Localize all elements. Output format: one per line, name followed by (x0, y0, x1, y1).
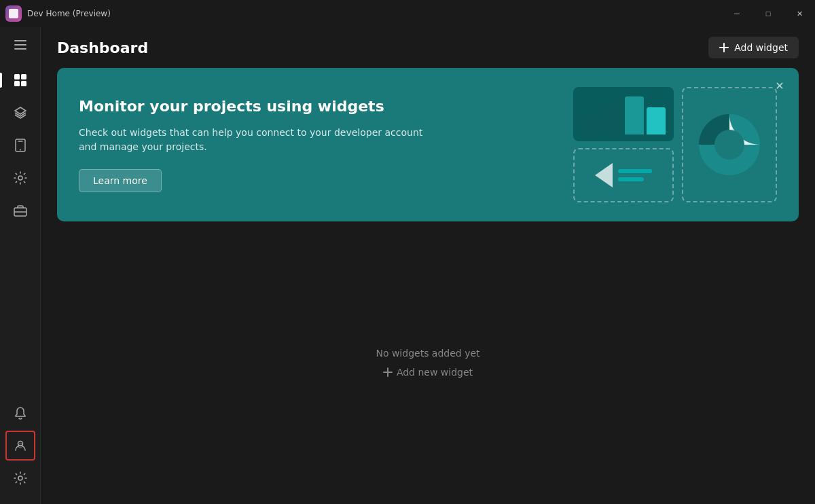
banner: Monitor your projects using widgets Chec… (57, 68, 799, 221)
banner-heading: Monitor your projects using widgets (79, 97, 432, 117)
header: Dashboard Add widget (41, 27, 815, 68)
sidebar-item-briefcase[interactable] (5, 196, 35, 226)
svg-rect-1 (14, 44, 26, 46)
sidebar-item-app-settings[interactable] (5, 463, 35, 493)
no-widgets-text: No widgets added yet (376, 348, 479, 359)
maximize-button[interactable]: □ (753, 0, 784, 27)
svg-rect-0 (14, 40, 26, 41)
svg-rect-3 (14, 74, 20, 79)
svg-rect-5 (14, 81, 20, 86)
learn-more-button[interactable]: Learn more (79, 169, 162, 192)
banner-illustration (573, 87, 777, 202)
sidebar-item-settings-cog[interactable] (5, 163, 35, 193)
titlebar-left: Dev Home (Preview) (5, 5, 111, 22)
sidebar-item-announcements[interactable] (5, 398, 35, 428)
svg-point-18 (714, 130, 744, 160)
sidebar-item-dashboard[interactable] (5, 65, 35, 95)
plus-icon-small (383, 367, 393, 377)
sidebar (0, 27, 41, 504)
banner-area: Monitor your projects using widgets Chec… (41, 68, 815, 221)
sidebar-item-layers[interactable] (5, 98, 35, 128)
page-title: Dashboard (57, 39, 148, 56)
svg-point-8 (20, 149, 21, 151)
sidebar-top (5, 65, 35, 398)
sidebar-item-device[interactable] (5, 130, 35, 160)
pie-chart-icon (695, 111, 763, 179)
empty-state: No widgets added yet Add new widget (41, 221, 815, 504)
svg-rect-2 (14, 48, 26, 50)
main-content: Dashboard Add widget Monitor your projec… (41, 27, 815, 504)
minimize-button[interactable]: ─ (721, 0, 753, 27)
pie-chart-panel (682, 87, 777, 202)
svg-rect-6 (21, 81, 26, 86)
arrow-panel (573, 148, 674, 202)
add-widget-button[interactable]: Add widget (708, 37, 799, 58)
plus-icon (719, 43, 729, 52)
add-new-widget-link[interactable]: Add new widget (383, 367, 473, 378)
svg-point-15 (18, 476, 22, 480)
svg-point-10 (18, 176, 22, 180)
sidebar-bottom (5, 398, 35, 499)
menu-button[interactable] (5, 33, 35, 57)
titlebar: Dev Home (Preview) ─ □ ✕ (0, 0, 815, 27)
svg-rect-4 (21, 74, 26, 79)
titlebar-title: Dev Home (Preview) (27, 9, 111, 18)
add-new-widget-label: Add new widget (397, 367, 473, 378)
sidebar-item-account-settings[interactable] (5, 431, 35, 461)
bar-chart-panel (573, 87, 674, 141)
banner-description: Check out widgets that can help you conn… (79, 126, 432, 154)
titlebar-controls: ─ □ ✕ (721, 0, 815, 27)
close-button[interactable]: ✕ (784, 0, 815, 27)
app-icon (5, 5, 22, 22)
banner-content: Monitor your projects using widgets Chec… (79, 97, 432, 193)
app-body: Dashboard Add widget Monitor your projec… (0, 27, 815, 504)
